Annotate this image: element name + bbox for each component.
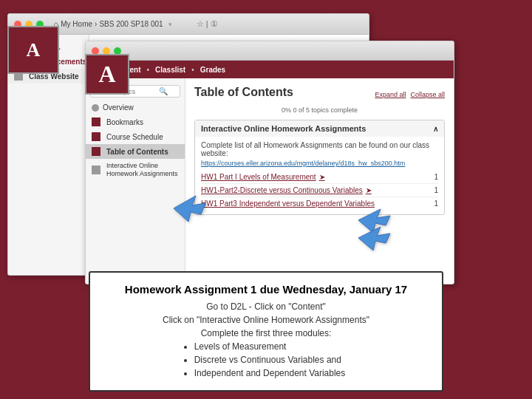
browser-toolbar-front bbox=[86, 41, 454, 61]
announcement-title: Homework Assignment 1 due Wednesday, Jan… bbox=[105, 283, 427, 296]
nav-dot-2: • bbox=[147, 66, 150, 74]
toc-main: Table of Contents Expand all Collapse al… bbox=[185, 78, 454, 284]
overview-icon bbox=[92, 104, 99, 112]
sidebar-toc-arrow bbox=[170, 192, 207, 228]
announcement-line3: Complete the first three modules: bbox=[105, 327, 427, 340]
toc-section: Interactive Online Homework Assignments … bbox=[194, 120, 445, 215]
sidebar-homework-label: Interactive Online Homework Assignments bbox=[106, 162, 179, 178]
toc-item-1[interactable]: HW1 Part I Levels of Measurement ➤ 1 bbox=[201, 171, 438, 184]
homework-icon bbox=[92, 166, 100, 174]
toc-item-2[interactable]: HW1-Part2-Discrete versus Continuous Var… bbox=[201, 184, 438, 197]
hw1-part2-arrow bbox=[355, 223, 392, 256]
front-sidebar: 🔍 Overview Bookmarks Course Schedule Tab… bbox=[86, 78, 185, 284]
announcement-box: Homework Assignment 1 due Wednesday, Jan… bbox=[89, 271, 443, 392]
ua-logo-front: A bbox=[85, 54, 129, 95]
collapse-all-link[interactable]: Collapse all bbox=[410, 91, 445, 98]
ua-letter-front: A bbox=[98, 61, 115, 88]
sidebar-course-label: Course Schedule bbox=[106, 133, 163, 141]
toc-title: Table of Contents bbox=[194, 86, 293, 99]
sidebar-overview-label: Overview bbox=[103, 103, 134, 112]
search-icon[interactable]: 🔍 bbox=[159, 87, 168, 95]
maximize-btn-front[interactable] bbox=[114, 47, 121, 55]
breadcrumb-back: ⌂ My Home › SBS 200 SP18 001 ▾ ☆ | ① bbox=[53, 19, 218, 30]
ua-letter-back: A bbox=[27, 39, 41, 61]
announcement-bullet-2: Discrete vs Continuous Variables and bbox=[194, 353, 346, 366]
toc-item-1-label: HW1 Part I Levels of Measurement bbox=[201, 173, 316, 181]
section-collapse-icon[interactable]: ∧ bbox=[433, 125, 438, 133]
minimize-btn-front[interactable] bbox=[103, 47, 110, 55]
toc-item-2-link[interactable]: HW1-Part2-Discrete versus Continuous Var… bbox=[201, 186, 372, 194]
toc-item-2-label: HW1-Part2-Discrete versus Continuous Var… bbox=[201, 186, 363, 194]
expand-all-link[interactable]: Expand all bbox=[375, 91, 406, 98]
bookmarks-icon bbox=[92, 117, 100, 126]
nav-dot-3: • bbox=[191, 66, 194, 74]
breadcrumb-separator: › bbox=[95, 20, 97, 28]
nav-grades-link[interactable]: Grades bbox=[200, 66, 225, 74]
toc-section-title: Interactive Online Homework Assignments bbox=[201, 124, 366, 133]
browser-toolbar-back: ⌂ My Home › SBS 200 SP18 001 ▾ ☆ | ① bbox=[8, 14, 369, 35]
sidebar-toc-label: Table of Contents bbox=[106, 148, 168, 156]
toc-item-1-link[interactable]: HW1 Part I Levels of Measurement ➤ bbox=[201, 173, 325, 181]
course-schedule-icon bbox=[92, 132, 100, 141]
sidebar-bookmarks[interactable]: Bookmarks bbox=[86, 115, 185, 129]
toc-item-2-arrow: ➤ bbox=[366, 186, 372, 194]
sidebar-toc[interactable]: Table of Contents bbox=[86, 144, 185, 159]
announcement-bullet-3: Independent and Dependent Variables bbox=[194, 366, 346, 380]
close-btn-front[interactable] bbox=[92, 47, 99, 55]
sidebar-course-schedule[interactable]: Course Schedule bbox=[86, 129, 185, 144]
toc-item-1-arrow: ➤ bbox=[319, 173, 325, 181]
browser-window-front: ⌂ • Content • Classlist • Grades 🔍 Overv… bbox=[85, 41, 454, 284]
sidebar-overview[interactable]: Overview bbox=[86, 100, 185, 115]
toc-item-1-num: 1 bbox=[434, 173, 438, 181]
announcement-bullet-1: Levels of Measurement bbox=[194, 340, 346, 353]
toc-actions: Expand all Collapse all bbox=[375, 91, 445, 98]
announcement-line1: Go to D2L - Click on "Content" bbox=[105, 300, 427, 313]
breadcrumb-course: SBS 200 SP18 001 bbox=[99, 20, 163, 28]
announcement-line2: Click on "Interactive Online Homework As… bbox=[105, 313, 427, 327]
svg-marker-2 bbox=[358, 227, 390, 250]
toc-section-desc: Complete list of all Homework Assignment… bbox=[201, 141, 438, 157]
toc-section-url[interactable]: https://courses.eller.arizona.edu/mgmt/d… bbox=[201, 160, 438, 167]
toc-item-3-link[interactable]: HW1 Part3 Independent versus Dependent V… bbox=[201, 200, 375, 208]
front-content-area: 🔍 Overview Bookmarks Course Schedule Tab… bbox=[86, 78, 454, 284]
toc-icon bbox=[92, 147, 100, 156]
front-nav-bar: ⌂ • Content • Classlist • Grades bbox=[86, 61, 454, 78]
breadcrumb-home: My Home bbox=[61, 20, 92, 28]
nav-classlist-link[interactable]: Classlist bbox=[155, 66, 185, 74]
toc-section-body: Complete list of all Homework Assignment… bbox=[195, 137, 444, 214]
toc-section-header[interactable]: Interactive Online Homework Assignments … bbox=[195, 120, 444, 137]
announcement-bullets: Levels of Measurement Discrete vs Contin… bbox=[194, 340, 346, 380]
ua-logo-back: A bbox=[7, 26, 59, 74]
sidebar-homework[interactable]: Interactive Online Homework Assignments bbox=[86, 159, 185, 181]
toc-item-3[interactable]: HW1 Part3 Independent versus Dependent V… bbox=[201, 197, 438, 210]
sidebar-bookmarks-label: Bookmarks bbox=[106, 118, 143, 126]
toc-item-3-label: HW1 Part3 Independent versus Dependent V… bbox=[201, 200, 375, 208]
toc-item-2-num: 1 bbox=[434, 186, 438, 194]
toc-item-3-num: 1 bbox=[434, 200, 438, 208]
svg-marker-0 bbox=[174, 196, 205, 222]
toc-progress: 0% 0 of 5 topics complete bbox=[194, 106, 445, 114]
announcement-body: Go to D2L - Click on "Content" Click on … bbox=[105, 300, 427, 380]
